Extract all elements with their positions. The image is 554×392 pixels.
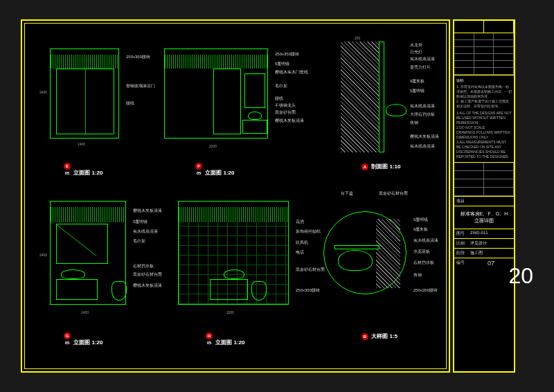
signature-grid [454,163,514,197]
callout: 塑钢玻璃淋浴门 [126,83,155,89]
callout: 毛巾架 [275,83,287,89]
notes-heading: 说明: [456,78,512,83]
callout: 腰线 [126,100,134,107]
callout: 5厘明镜 [413,217,428,223]
note-line: 1. 所有室内装饰以本图册为唯一标准参照。本图册表明施工内容。一切数据以现场勘测… [456,84,512,99]
callout: 樱桃木夹板清漆 [275,118,304,124]
callout: 5厘明镜 [275,61,289,67]
room-outline [164,48,268,139]
callout: 日光灯 [410,49,422,55]
callout: 黑金砂台面 [275,109,296,116]
mirror [56,224,108,264]
section-a: 木龙骨 日光灯 实木线条清漆 蛋壳力灯片 9厘夹板 5厘明镜 实木线条清漆 大理… [313,38,431,159]
callout: 不锈钢龙头 [275,103,296,109]
vanity [56,279,98,300]
callout: 实木线条清漆 [410,143,435,150]
basin-section [386,104,406,116]
drawing-title: 标准客房E、F、G、H 立面详图 [454,206,514,229]
room-outline [178,201,289,305]
view-title-f: F 05 立面图 1:20 [195,163,234,177]
elevation-g: 樱桃木夹板清漆 5厘明镜 实木线条清漆 毛巾架 石材挡水板 黑金砂石材台面 樱桃… [36,194,136,319]
dim: 2200 [209,144,217,148]
sheet-no-row: 编号 07 [454,258,514,268]
view-title-b: B 大样图 1:5 [361,332,397,340]
callout: 黑金砂石材台面 [133,271,162,278]
value: ZWD-011 [470,231,488,237]
value: 施工图 [470,250,483,256]
view-tag: A [361,163,368,170]
dim: 1400 [78,142,85,146]
callout: 樱桃木夹板清漆 [410,134,439,140]
callout: 250x350腰砖 [413,287,438,294]
basin [224,269,244,279]
dim: 2400 [39,253,47,257]
view-tag: H 05 [206,332,213,339]
elevation-h: 花洒 装饰画丝贴纸 吹风机 电话 黑金砂石材台面 250x350腰砖 2200 [171,194,296,319]
callout: 250x350腰砖 [275,51,299,57]
project-row: 项目 [454,197,514,206]
room-outline [50,201,126,305]
page-number: 20 [508,263,533,289]
callout: 250x350腰砖 [126,54,150,60]
dim: 2200 [226,310,234,314]
door [213,69,241,134]
callout: 实木线条清漆 [410,56,435,62]
room-outline [50,48,119,139]
callout: 樱桃木实木门套线 [275,69,308,75]
title-text: 立面图 1:20 [73,339,102,346]
vanity [242,120,267,134]
label: 图号 [456,231,470,237]
callout: 实木线条清漆 [133,229,158,235]
callout: 角钢 [413,272,422,278]
view-tag: E 05 [64,163,71,170]
revision-grid [454,33,514,75]
label: 比例 [456,240,470,247]
view-tag: F 05 [195,163,202,170]
view-title-g: G 05 立面图 1:20 [64,332,102,346]
view-title-e: E 05 立面图 1:20 [64,163,102,177]
detail-circle [323,211,406,294]
tb-header [454,21,514,33]
dim: 2400 [39,90,47,94]
mirror [244,73,265,108]
vanity [210,279,248,300]
callout: 石材挡水板 [133,263,154,269]
elevation-e: 250x350腰砖 塑钢玻璃淋浴门 腰线 1400 2400 [36,42,126,152]
title-text: 立面图 1:20 [215,339,244,346]
callout: 5厘明镜 [410,88,425,94]
title-text: 立面图 1:20 [73,170,102,176]
basin [61,269,85,279]
label: 阶段 [456,250,470,256]
drawing-no-row: 图号 ZWD-011 [454,229,514,239]
counter-detail [334,245,379,249]
callout: 蛋壳力灯片 [410,64,431,71]
callout: 木龙骨 [410,42,422,48]
callout: 毛巾架 [133,238,145,244]
basin-detail [338,250,373,271]
value: 详见设计 [470,240,487,247]
callout: 电话 [296,249,304,256]
toilet [251,281,267,301]
callout: 实木线条清漆 [413,238,438,244]
callout: 9厘夹板 [413,226,428,233]
callout: 9厘夹板 [410,78,425,84]
callout: 水泥基板 [413,249,430,255]
stage-row: 阶段 施工图 [454,249,514,258]
callout: 腰线 [275,96,283,102]
value: 07 [470,260,512,267]
toilet [111,281,127,301]
callout: 樱桃木夹板清漆 [133,208,162,214]
callout: 石材挡水板 [413,260,434,266]
dim: 200 [355,36,360,40]
callout: 大理石挡水板 [410,112,435,118]
title-text: 立面图 1:20 [205,170,234,176]
callout: 5厘明镜 [133,219,148,225]
scale-row: 比例 详见设计 [454,239,514,249]
notes-block: 说明: 1. 所有室内装饰以本图册为唯一标准参照。本图册表明施工内容。一切数据以… [454,75,514,163]
elevation-f: 250x350腰砖 5厘明镜 樱桃木实木门套线 毛巾架 腰线 不锈钢龙头 黑金砂… [157,42,275,152]
note-en: 1.ALL OF THE DESIGNS ARE NOT BE USED WIT… [456,111,512,159]
callout: 花洒 [296,219,304,225]
callout: 台下盆 [341,190,353,197]
dim: 1400 [81,310,89,314]
drawing-sheet: 250x350腰砖 塑钢玻璃淋浴门 腰线 1400 2400 E 05 立面图 … [21,19,450,373]
